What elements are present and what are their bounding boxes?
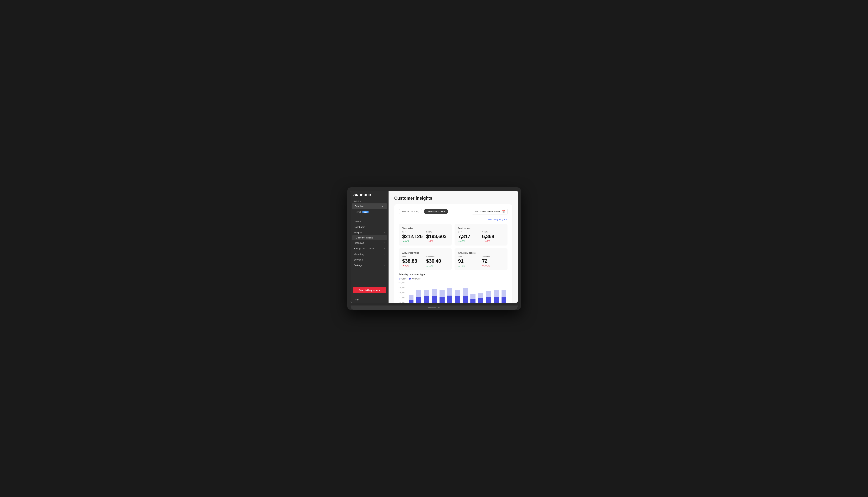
- arrow-up-icon-4: ▲: [458, 265, 460, 267]
- new-badge: New: [362, 211, 369, 213]
- platform-grubhub-label: Grubhub: [355, 205, 364, 208]
- bar-group-11: [493, 290, 500, 303]
- sidebar-item-dashboard[interactable]: Dashboard: [352, 224, 387, 230]
- bar-top-6: [455, 290, 460, 296]
- metric-label-non-gh-daily: Non GH+: [482, 255, 504, 257]
- metric-col-non-gh-sales: Non GH+ $193,603 ▼ 9.2%: [426, 231, 448, 242]
- metrics-grid: Total sales GH+ $212,126 ▲ 4.4%: [399, 224, 508, 270]
- arrow-down-icon-2: ▼: [482, 240, 484, 242]
- bar-top-10: [486, 291, 491, 297]
- sidebar: GRUBHUB Switch to... Grubhub ✓ Direct Ne…: [350, 190, 388, 303]
- arrow-down-icon: ▼: [426, 240, 428, 242]
- metric-change-non-gh-orders: ▼ 10.7%: [482, 240, 504, 242]
- bar-top-12: [501, 290, 506, 297]
- sidebar-item-financials[interactable]: Financials ▾: [352, 240, 387, 246]
- bar-stack-8: [470, 294, 477, 303]
- chevron-right-icon-2: ▾: [384, 247, 385, 250]
- laptop-base: MacBook Pro: [350, 306, 518, 310]
- y-label-20k: $20,000: [399, 287, 404, 288]
- view-insights-guide-link[interactable]: View insights guide: [487, 218, 507, 221]
- chart-section: Sales by customer type GH+ Non GH+: [399, 273, 508, 303]
- sidebar-item-dashboard-label: Dashboard: [354, 226, 366, 228]
- metric-col-non-gh-orders: Non GH+ 6,368 ▼ 10.7%: [482, 231, 504, 242]
- sidebar-item-insights[interactable]: Insights ▲: [352, 230, 387, 236]
- sidebar-item-ratings[interactable]: Ratings and reviews ▾: [352, 246, 387, 251]
- bar-bottom-10: [486, 297, 491, 303]
- bar-bottom-7: [463, 296, 468, 303]
- metric-col-gh-plus-sales: GH+ $212,126 ▲ 4.4%: [402, 231, 424, 242]
- bar-top-1: [416, 290, 421, 297]
- metric-col-non-gh-avg: Non GH+ $30.40 ▲ 1.7%: [426, 255, 448, 267]
- metric-title-avg-daily-orders: Avg. daily orders: [458, 252, 504, 254]
- platform-direct-label: Direct: [355, 211, 361, 213]
- y-label-8k: $8,000: [400, 302, 404, 303]
- metric-title-total-sales: Total sales: [402, 227, 448, 230]
- sidebar-item-services[interactable]: Services: [352, 257, 387, 262]
- metric-value-non-gh-sales: $193,603: [426, 233, 448, 239]
- metric-value-gh-plus-sales: $212,126: [402, 233, 424, 239]
- bar-bottom-8: [470, 299, 475, 303]
- metric-col-gh-plus-orders: GH+ 7,317 ▲ 4.6%: [458, 231, 480, 242]
- sidebar-item-customer-insights[interactable]: Customer insights: [352, 236, 387, 240]
- sidebar-item-settings[interactable]: Settings ▾: [352, 262, 387, 268]
- legend-dot-non-gh: [409, 278, 411, 280]
- bar-group-8: [470, 294, 477, 303]
- metric-cols-avg-daily-orders: GH+ 91 ▲ 4.6% Non GH+ 72: [458, 255, 504, 267]
- metric-col-non-gh-daily: Non GH+ 72 ▼ 10.7%: [482, 255, 504, 267]
- bar-bottom-2: [424, 296, 429, 303]
- chevron-right-icon-4: ▾: [384, 264, 385, 266]
- metric-card-avg-order-value: Avg. order value GH+ $38.83 ▼ 0.2%: [399, 248, 452, 270]
- bar-group-10: [485, 291, 492, 303]
- bar-stack-10: [485, 291, 492, 303]
- bar-stack-9: [477, 293, 484, 303]
- check-icon: ✓: [382, 205, 384, 208]
- bar-top-4: [440, 290, 444, 297]
- metric-change-non-gh-daily: ▼ 10.7%: [482, 265, 504, 267]
- filter-bar: New vs returning GH+ vs non GH+ 02/01/20…: [399, 209, 508, 214]
- tab-gh-vs-non-gh[interactable]: GH+ vs non GH+: [424, 209, 448, 214]
- metric-label-non-gh-orders: Non GH+: [482, 231, 504, 233]
- help-link[interactable]: Help: [350, 296, 388, 303]
- bar-bottom-1: [416, 297, 421, 303]
- metric-label-non-gh-sales: Non GH+: [426, 231, 448, 233]
- date-range-picker[interactable]: 02/01/2023 - 04/30/2023 📅: [472, 209, 508, 214]
- stop-taking-orders-button[interactable]: Stop taking orders: [353, 287, 386, 294]
- legend-item-gh-plus: GH+: [399, 278, 406, 280]
- metric-title-total-orders: Total orders: [458, 227, 504, 230]
- metric-col-gh-plus-avg: GH+ $38.83 ▼ 0.2%: [402, 255, 424, 267]
- bar-stack-11: [493, 290, 500, 303]
- chart-legend: GH+ Non GH+: [399, 278, 508, 280]
- bar-group-2: [423, 290, 430, 303]
- bar-bottom-6: [455, 296, 460, 303]
- bar-group-9: [477, 293, 484, 303]
- bar-bottom-0: [409, 300, 413, 303]
- bar-stack-2: [423, 290, 430, 303]
- main-content: Customer insights New vs returning GH+ v…: [388, 190, 518, 303]
- platform-direct[interactable]: Direct New: [352, 209, 387, 215]
- chart-y-axis: $24,000 $20,000 $16,000 $12,000 $8,000: [399, 282, 406, 303]
- sidebar-item-customer-insights-label: Customer insights: [356, 237, 373, 239]
- bar-top-11: [494, 290, 499, 297]
- legend-dot-gh-plus: [399, 278, 400, 280]
- sidebar-item-orders[interactable]: Orders: [352, 218, 387, 224]
- view-guide-link-container: View insights guide: [399, 218, 508, 221]
- bar-stack-5: [446, 288, 453, 303]
- tab-new-vs-returning[interactable]: New vs returning: [399, 209, 423, 214]
- bar-stack-1: [415, 290, 422, 303]
- insights-card: New vs returning GH+ vs non GH+ 02/01/20…: [394, 204, 512, 303]
- sidebar-item-services-label: Services: [354, 258, 363, 261]
- bar-bottom-11: [494, 297, 499, 303]
- sidebar-item-marketing[interactable]: Marketing ▾: [352, 251, 387, 257]
- metric-change-non-gh-sales: ▼ 9.2%: [426, 240, 448, 242]
- chevron-right-icon: ▾: [384, 242, 385, 244]
- metric-change-gh-plus-avg: ▼ 0.2%: [402, 265, 424, 267]
- arrow-down-icon-3: ▼: [402, 265, 404, 267]
- legend-label-gh-plus: GH+: [401, 278, 406, 280]
- legend-label-non-gh: Non GH+: [412, 278, 421, 280]
- metric-cols-avg-order-value: GH+ $38.83 ▼ 0.2% Non GH+ $30.40: [402, 255, 448, 267]
- bar-top-2: [424, 290, 429, 296]
- platform-grubhub[interactable]: Grubhub ✓: [352, 203, 387, 209]
- metric-cols-total-orders: GH+ 7,317 ▲ 4.6% Non GH+ 6,368: [458, 231, 504, 242]
- bar-stack-4: [439, 290, 446, 303]
- y-label-24k: $24,000: [399, 282, 404, 284]
